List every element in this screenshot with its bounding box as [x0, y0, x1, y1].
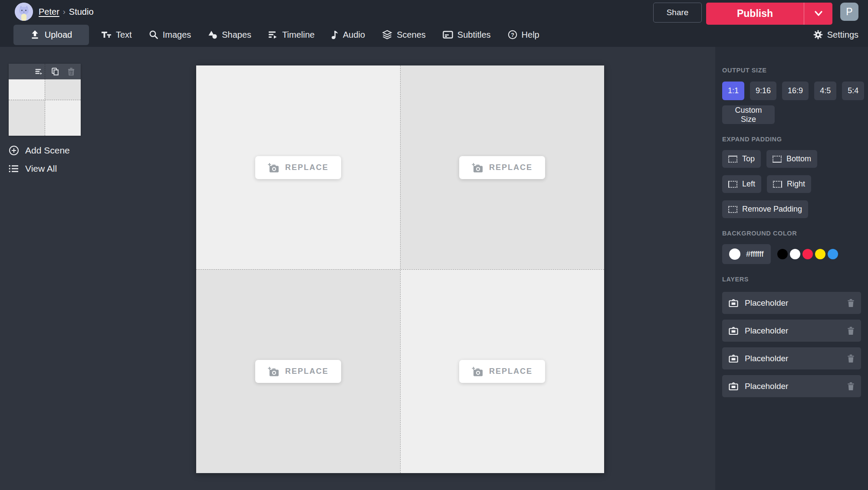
- scene-duplicate-icon[interactable]: [52, 68, 59, 75]
- scene-delete-icon[interactable]: [68, 68, 75, 75]
- toolbar-item-help[interactable]: ? Help: [508, 30, 539, 40]
- upload-icon: [30, 30, 39, 39]
- view-all-label: View All: [25, 163, 57, 174]
- toolbar-item-label: Timeline: [282, 30, 315, 40]
- add-scene-label: Add Scene: [25, 145, 70, 156]
- toolbar-item-label: Audio: [343, 30, 365, 40]
- toolbar-item-label: Shapes: [222, 30, 251, 40]
- layer-trash-icon[interactable]: [847, 299, 855, 307]
- layer-trash-icon[interactable]: [847, 382, 855, 390]
- toolbar-item-timeline[interactable]: Timeline: [268, 30, 315, 40]
- toolbar-item-shapes[interactable]: Shapes: [208, 30, 251, 40]
- profile-initial: P: [846, 6, 852, 18]
- scene-thumbnail[interactable]: [9, 64, 81, 136]
- search-icon: [149, 30, 158, 39]
- breadcrumb-separator: ›: [63, 7, 66, 16]
- layer-trash-icon[interactable]: [847, 327, 855, 335]
- add-scene-button[interactable]: Add Scene: [9, 145, 70, 156]
- share-button[interactable]: Share: [653, 3, 702, 23]
- background-color-row: #ffffff: [722, 244, 861, 264]
- swatch-red[interactable]: [802, 249, 813, 259]
- toolbar-item-text[interactable]: Text: [101, 30, 132, 40]
- remove-padding-button[interactable]: Remove Padding: [722, 200, 808, 218]
- thumb-quadrant: [45, 100, 81, 136]
- layers-list: Placeholder Placeholder: [722, 292, 861, 397]
- ratio-button-4-5[interactable]: 4:5: [814, 82, 836, 100]
- swatch-white[interactable]: [790, 249, 800, 259]
- toolbar-item-label: Help: [522, 30, 539, 40]
- toolbar-item-scenes[interactable]: Scenes: [382, 30, 426, 40]
- swatch-blue[interactable]: [828, 249, 838, 259]
- layer-row[interactable]: Placeholder: [722, 347, 861, 369]
- cat-avatar-icon: [15, 3, 33, 21]
- list-icon: [9, 164, 19, 173]
- swatch-yellow[interactable]: [815, 249, 825, 259]
- thumb-quadrant: [9, 100, 45, 136]
- ratio-button-9-16[interactable]: 9:16: [750, 82, 776, 100]
- padding-right-button[interactable]: Right: [767, 175, 811, 193]
- top-header: Peter › Studio Share Publish P Upload: [0, 0, 868, 47]
- replace-button-bottom-right[interactable]: REPLACE: [459, 360, 545, 383]
- layers-title: LAYERS: [722, 276, 861, 283]
- gear-icon: [813, 30, 823, 39]
- toolbar-item-audio[interactable]: Audio: [332, 30, 365, 40]
- publish-label[interactable]: Publish: [706, 3, 804, 25]
- publish-dropdown-button[interactable]: [804, 3, 832, 25]
- publish-button[interactable]: Publish: [706, 3, 832, 25]
- background-color-picker[interactable]: #ffffff: [722, 244, 771, 264]
- current-color-hex: #ffffff: [746, 249, 764, 259]
- breadcrumb-user-link[interactable]: Peter: [39, 7, 59, 17]
- layer-row[interactable]: Placeholder: [722, 320, 861, 342]
- layer-trash-icon[interactable]: [847, 354, 855, 363]
- settings-label: Settings: [827, 30, 858, 40]
- svg-text:?: ?: [511, 32, 514, 38]
- toolbar-item-images[interactable]: Images: [149, 30, 191, 40]
- profile-chip[interactable]: P: [840, 3, 858, 21]
- replace-button-top-left[interactable]: REPLACE: [255, 156, 341, 179]
- view-all-button[interactable]: View All: [9, 163, 57, 174]
- music-note-icon: [332, 30, 339, 39]
- ratio-button-16-9[interactable]: 16:9: [782, 82, 809, 100]
- breadcrumb: Peter › Studio: [39, 7, 94, 17]
- swatch-black[interactable]: [777, 249, 788, 259]
- padding-left-icon: [728, 181, 737, 188]
- layers-icon: [382, 30, 392, 39]
- toolbar-item-label: Text: [116, 30, 132, 40]
- padding-row-3: Remove Padding: [722, 200, 861, 218]
- replace-label: REPLACE: [285, 163, 329, 172]
- padding-left-button[interactable]: Left: [722, 175, 761, 193]
- toolbar-item-upload[interactable]: Upload: [13, 25, 89, 45]
- shapes-icon: [208, 30, 217, 39]
- frame-icon: [729, 354, 738, 363]
- scene-thumbnail-toolbar: [9, 64, 81, 79]
- padding-bottom-button[interactable]: Bottom: [766, 150, 817, 168]
- toolbar-item-label: Images: [163, 30, 191, 40]
- replace-label: REPLACE: [489, 163, 533, 172]
- custom-size-button[interactable]: Custom Size: [722, 105, 775, 124]
- expand-padding-title: EXPAND PADDING: [722, 136, 861, 143]
- camera-plus-icon: [268, 163, 279, 173]
- toolbar-item-subtitles[interactable]: Subtitles: [443, 30, 491, 40]
- padding-right-label: Right: [787, 180, 805, 189]
- layer-row[interactable]: Placeholder: [722, 375, 861, 397]
- layer-row[interactable]: Placeholder: [722, 292, 861, 314]
- breadcrumb-page: Studio: [69, 7, 94, 17]
- ratio-button-5-4[interactable]: 5:4: [842, 82, 864, 100]
- layer-label: Placeholder: [745, 298, 841, 308]
- toolbar-item-label: Scenes: [397, 30, 426, 40]
- padding-top-button[interactable]: Top: [722, 150, 761, 168]
- subtitles-icon: [443, 30, 453, 39]
- scene-timeline-icon[interactable]: [35, 68, 43, 75]
- remove-padding-label: Remove Padding: [742, 205, 802, 214]
- replace-button-bottom-left[interactable]: REPLACE: [255, 360, 341, 383]
- layer-label: Placeholder: [745, 354, 841, 363]
- main-toolbar: Upload Text Images: [0, 23, 868, 47]
- plus-circle-icon: [9, 145, 19, 156]
- workspace-avatar[interactable]: [15, 3, 33, 21]
- settings-button[interactable]: Settings: [813, 23, 858, 47]
- replace-button-top-right[interactable]: REPLACE: [459, 156, 545, 179]
- padding-bottom-icon: [773, 156, 782, 163]
- replace-label: REPLACE: [489, 367, 533, 376]
- current-color-circle: [729, 248, 740, 260]
- ratio-button-1-1[interactable]: 1:1: [722, 82, 744, 100]
